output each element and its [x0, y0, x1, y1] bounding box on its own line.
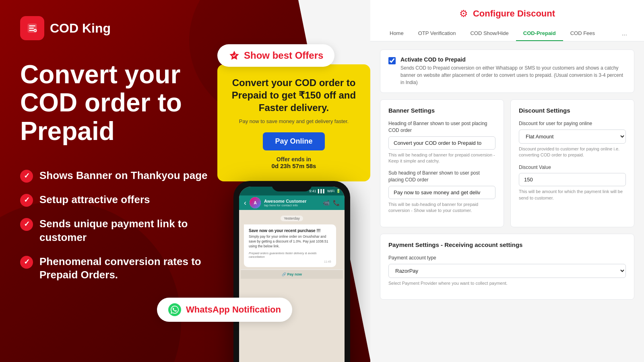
list-item: Setup attractive offers	[20, 193, 229, 207]
whatsapp-badge-text: WhatsApp Notification	[186, 304, 281, 315]
list-item: Phenomenal conversion rates to Prepaid O…	[20, 255, 229, 282]
contact-name: Awesome Customer	[264, 199, 320, 204]
chat-action-icons: 📹 📞	[323, 200, 340, 206]
heading-input[interactable]	[388, 136, 495, 150]
configure-header: ⚙ Configure Discount Home OTP Verificati…	[370, 0, 644, 41]
check-icon-4	[20, 256, 33, 269]
check-icon-2	[20, 194, 33, 207]
chat-bubble-footer: Prepaid orders guarantees faster deliver…	[249, 251, 331, 259]
tab-home[interactable]: Home	[382, 26, 411, 41]
discount-value-input[interactable]	[519, 173, 626, 186]
discount-type-select[interactable]: Flat Amount Percentage	[519, 130, 626, 144]
left-panel: COD King Convert your COD order to Prepa…	[0, 0, 370, 362]
phone-notch	[272, 181, 312, 191]
banner-settings-title: Banner Settings	[388, 107, 495, 114]
chat-time: 11:45	[249, 260, 331, 263]
back-arrow-icon[interactable]: ‹	[244, 199, 246, 207]
account-type-label: Payment account type	[388, 255, 626, 261]
activate-text: Activate COD to Prepaid Sends COD to Pre…	[400, 56, 626, 86]
activate-label: Activate COD to Prepaid	[400, 56, 626, 63]
offer-ends-label: Offer ends in	[229, 156, 359, 162]
show-offers-badge[interactable]: Show best Offers	[217, 44, 334, 67]
offer-countdown: 0d 23h 57m 58s	[229, 162, 359, 169]
chat-message-bubble: Save now on your recent purchase !!! Sim…	[244, 224, 336, 267]
nav-tabs: Home OTP Verification COD Show/Hide COD-…	[382, 26, 632, 41]
tab-cod-prepaid[interactable]: COD-Prepaid	[516, 26, 563, 41]
discount-value-label: Discount Value	[519, 164, 626, 171]
video-icon[interactable]: 📹	[323, 200, 330, 206]
subheading-input[interactable]	[388, 186, 495, 199]
payment-settings-title: Payment Settings - Receiving account set…	[388, 241, 626, 248]
account-type-form-group: Payment account type RazorPay Stripe Pay…	[388, 255, 626, 286]
heading-hint: This will be heading of banner for prepa…	[388, 152, 495, 165]
logo-area: COD King	[20, 16, 111, 40]
tab-otp-verification[interactable]: OTP Verification	[411, 26, 463, 41]
configure-title-row: ⚙ Configure Discount	[382, 8, 632, 19]
offer-card: Convert your COD order to Prepaid to get…	[217, 64, 370, 181]
battery-icon: 🔋	[336, 189, 341, 193]
payment-settings: Payment Settings - Receiving account set…	[380, 234, 634, 300]
chat-bubble-body: Simply pay for your online order on Onus…	[249, 234, 331, 249]
phone-outer: 9:41 ▌▌▌ WiFi 🔋 ‹ A Awesome Customer tap…	[233, 181, 350, 362]
main-headline: Convert your COD order to Prepaid	[20, 60, 242, 145]
contact-avatar: A	[250, 197, 261, 208]
activate-desc: Sends COD to Prepaid conversion on eithe…	[400, 64, 626, 86]
main-content: Activate COD to Prepaid Sends COD to Pre…	[370, 41, 644, 308]
wifi-icon: WiFi	[327, 189, 334, 193]
account-type-select[interactable]: RazorPay Stripe PayU	[388, 264, 626, 278]
heading-form-group: Heading of Banner shown to user post pla…	[388, 120, 495, 164]
discount-value-form-group: Discount Value This will be amount for w…	[519, 164, 626, 202]
offers-badge-text: Show best Offers	[244, 50, 323, 61]
pay-online-button[interactable]: Pay Online	[263, 132, 324, 150]
activate-checkbox[interactable]	[388, 57, 396, 64]
pay-now-link[interactable]: 🔗 Pay now	[241, 269, 343, 279]
heading-label: Heading of Banner shown to user post pla…	[388, 120, 495, 134]
check-icon-1	[20, 170, 33, 183]
discount-settings-title: Discount Settings	[519, 107, 626, 114]
phone-screen: 9:41 ▌▌▌ WiFi 🔋 ‹ A Awesome Customer tap…	[239, 187, 345, 362]
pay-now-icon: 🔗	[282, 272, 287, 276]
right-panel: ⚙ Configure Discount Home OTP Verificati…	[370, 0, 644, 362]
activate-row: Activate COD to Prepaid Sends COD to Pre…	[380, 49, 634, 93]
offer-card-title: Convert your COD order to Prepaid to get…	[229, 76, 359, 114]
pay-now-text: Pay now	[287, 272, 302, 276]
discount-type-hint: Discount provided to customer for paying…	[519, 146, 626, 158]
discount-settings-col: Discount Settings Discount for user for …	[510, 99, 634, 227]
list-item: Sends unique payment link to customer	[20, 217, 229, 245]
discount-value-hint: This will be amount for which the paymen…	[519, 189, 626, 201]
whatsapp-badge[interactable]: WhatsApp Notification	[157, 298, 292, 322]
phone-mockup: 9:41 ▌▌▌ WiFi 🔋 ‹ A Awesome Customer tap…	[233, 181, 362, 362]
phone-time: 9:41	[309, 189, 316, 193]
list-item: Shows Banner on Thankyou page	[20, 169, 229, 183]
tab-cod-fees[interactable]: COD Fees	[563, 26, 602, 41]
subheading-label: Sub heading of Banner shown to user post…	[388, 170, 495, 183]
discount-type-form-group: Discount for user for paying online Flat…	[519, 120, 626, 158]
chat-date: Yesterday	[281, 216, 303, 221]
cod-king-logo-icon	[20, 16, 44, 40]
subheading-form-group: Sub heading of Banner shown to user post…	[388, 170, 495, 214]
call-icon[interactable]: 📞	[333, 200, 340, 206]
feature-list: Shows Banner on Thankyou page Setup attr…	[20, 169, 229, 292]
whatsapp-icon	[168, 303, 181, 316]
settings-row: Banner Settings Heading of Banner shown …	[380, 99, 634, 227]
chat-bubble-title: Save now on your recent purchase !!!	[249, 228, 331, 233]
contact-info: Awesome Customer tap here for contact in…	[264, 199, 320, 207]
banner-settings-col: Banner Settings Heading of Banner shown …	[380, 99, 504, 227]
tab-cod-show-hide[interactable]: COD Show/Hide	[463, 26, 516, 41]
account-type-hint: Select Payment Provider where you want t…	[388, 280, 626, 286]
check-icon-3	[20, 218, 33, 231]
signal-icon: ▌▌▌	[318, 189, 326, 193]
offers-shield-icon	[229, 50, 240, 61]
subheading-hint: This will be sub-heading of banner for p…	[388, 202, 495, 214]
chat-body: Yesterday Save now on your recent purcha…	[239, 210, 345, 281]
offer-card-subtitle: Pay now to save money and get delivery f…	[229, 118, 359, 124]
configure-title: Configure Discount	[473, 8, 555, 19]
contact-sub: tap here for contact info	[264, 204, 320, 207]
more-tabs-button[interactable]: ...	[617, 26, 632, 41]
discount-type-label: Discount for user for paying online	[519, 120, 626, 127]
gear-icon: ⚙	[459, 8, 468, 19]
logo-text: COD King	[50, 21, 111, 36]
chat-header: ‹ A Awesome Customer tap here for contac…	[239, 195, 345, 210]
